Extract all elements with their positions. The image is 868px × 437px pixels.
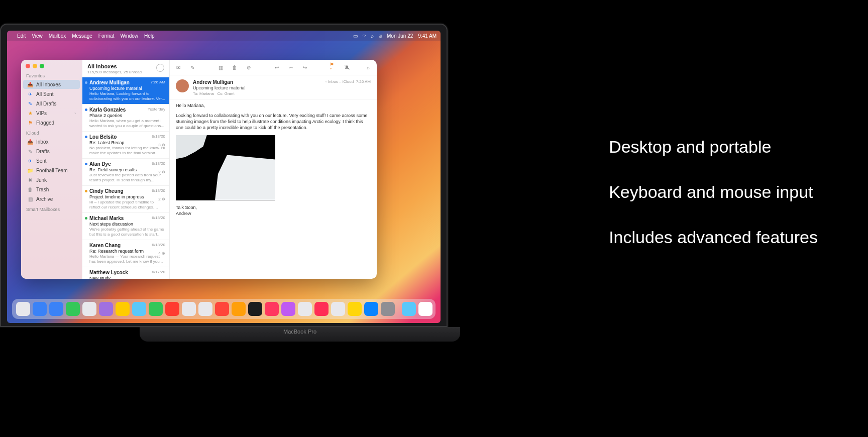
message-row[interactable]: Alan Dye6/18/20Re: Field survey resultsJ…	[82, 159, 169, 186]
menubar-date[interactable]: Mon Jun 22	[387, 33, 413, 39]
forward-icon[interactable]: ↪︎	[301, 64, 308, 71]
dock-app[interactable]	[49, 302, 63, 316]
sidebar-item-archive[interactable]: ▥Archive	[23, 194, 80, 203]
junk-icon[interactable]: ⊘	[245, 64, 252, 71]
battery-icon[interactable]: ▭	[353, 33, 358, 39]
message-row[interactable]: Cindy Cheung6/18/20Project timeline in p…	[82, 186, 169, 213]
message-preview: No problem, thanks for letting me know. …	[89, 146, 165, 156]
unread-dot-icon	[85, 108, 87, 111]
spotlight-icon[interactable]: ⌕	[371, 33, 374, 39]
recipients: To: Mariana Cc: Grant	[193, 91, 321, 96]
sidebar-item-inbox[interactable]: 📥Inbox	[23, 137, 80, 146]
sidebar-item-football-team[interactable]: 📁Football Team	[23, 166, 80, 175]
sidebar-item-all-drafts[interactable]: ✎All Drafts	[23, 99, 80, 108]
message-date: 6/18/20	[152, 243, 165, 247]
sidebar-item-vips[interactable]: ★VIPs›	[23, 108, 80, 118]
archive-icon: ▥	[27, 196, 33, 202]
compose-icon[interactable]: ✎	[189, 64, 196, 71]
message-subject: Phase 2 queries	[89, 113, 165, 118]
dock-app[interactable]	[149, 302, 163, 316]
dock-app[interactable]	[116, 302, 130, 316]
sidebar-item-label: Trash	[36, 187, 49, 192]
minimize-icon[interactable]	[33, 64, 37, 68]
message-date: 6/17/20	[152, 270, 165, 274]
dock-app[interactable]	[132, 302, 146, 316]
sidebar-item-all-sent[interactable]: ✈︎All Sent	[23, 89, 80, 98]
dock-app[interactable]	[66, 302, 80, 316]
junk-icon: ✖︎	[27, 177, 33, 183]
flag-icon[interactable]: ⚑ ˅	[330, 64, 337, 71]
attachment-badge: 2 ⊘	[158, 170, 165, 174]
message-subject: Project timeline in progress	[89, 194, 165, 199]
message-preview: Just reviewed the posted data from your …	[89, 173, 165, 183]
sidebar-item-sent[interactable]: ✈︎Sent	[23, 156, 80, 165]
trash-icon[interactable]: 🗑︎	[231, 64, 238, 71]
dock-app[interactable]	[265, 302, 279, 316]
dock-app[interactable]	[364, 302, 378, 316]
greeting: Hello Mariana,	[176, 102, 371, 108]
dock-app[interactable]	[165, 302, 179, 316]
image-attachment[interactable]	[176, 135, 275, 200]
dock-app[interactable]	[16, 302, 30, 316]
window-traffic-lights	[21, 60, 82, 70]
menu-edit[interactable]: Edit	[17, 33, 26, 39]
sidebar-item-drafts[interactable]: ✎Drafts	[23, 147, 80, 156]
control-center-icon[interactable]: ⎚	[379, 33, 382, 39]
menubar: Edit View Mailbox Message Format Window …	[7, 31, 441, 41]
dock-app[interactable]	[402, 302, 416, 316]
message-row[interactable]: Karen Chang6/18/20Re: Research request f…	[82, 240, 169, 267]
search-icon[interactable]: ⌕	[365, 64, 372, 71]
dock-app[interactable]	[215, 302, 229, 316]
reply-icon[interactable]: ↩︎	[273, 64, 280, 71]
dock-app[interactable]	[298, 302, 312, 316]
dock-app[interactable]	[281, 302, 295, 316]
message-subject: Re: Latest Recap	[89, 140, 165, 145]
menu-help[interactable]: Help	[144, 33, 155, 39]
sidebar-item-label: Flagged	[36, 120, 54, 126]
menu-message[interactable]: Message	[72, 33, 92, 39]
dock-app[interactable]	[99, 302, 113, 316]
message-date: 6/18/20	[152, 188, 165, 193]
dock-app[interactable]	[314, 302, 329, 316]
wifi-icon[interactable]: ⌔	[363, 33, 366, 39]
message-row[interactable]: Matthew Lycock6/17/20New studyDid you se…	[82, 267, 169, 279]
sidebar-item-trash[interactable]: 🗑︎Trash	[23, 185, 80, 194]
menu-format[interactable]: Format	[98, 33, 115, 39]
message-row[interactable]: Andrew Mulligan7:26 AMUpcoming lecture m…	[82, 77, 169, 104]
attachment-badge: 2 ⊘	[158, 197, 165, 201]
envelope-icon[interactable]: ✉︎	[175, 64, 182, 71]
mute-icon[interactable]: 🔕︎	[344, 64, 351, 71]
menubar-time[interactable]: 9:41 AM	[418, 33, 437, 39]
sidebar-item-label: Drafts	[36, 149, 50, 154]
sidebar-item-label: Football Team	[36, 168, 68, 173]
dock-app[interactable]	[381, 302, 395, 316]
dock-app[interactable]	[182, 302, 196, 316]
dock-app[interactable]	[348, 302, 362, 316]
sidebar-item-all-inboxes[interactable]: 📥All Inboxes	[23, 80, 80, 89]
dock-app[interactable]	[82, 302, 96, 316]
message-preview: Hello Mariana, Looking forward to collab…	[89, 91, 165, 101]
sidebar-item-flagged[interactable]: ⚑Flagged	[23, 118, 80, 127]
filter-icon[interactable]	[156, 64, 164, 72]
menu-view[interactable]: View	[32, 33, 43, 39]
dock-app[interactable]	[198, 302, 212, 316]
unread-dot-icon	[85, 217, 87, 220]
message-preview: We're probably getting ahead of the game…	[89, 227, 165, 237]
dock-app[interactable]	[418, 302, 432, 316]
message-row[interactable]: Lou Belsito6/18/20Re: Latest RecapNo pro…	[82, 132, 169, 159]
dock-app[interactable]	[33, 302, 47, 316]
draft-icon: ✎	[27, 148, 33, 154]
message-row[interactable]: Michael Marks6/18/20Next steps discussio…	[82, 213, 169, 240]
message-row[interactable]: Karla GonzalesYesterdayPhase 2 queriesHe…	[82, 104, 169, 132]
zoom-icon[interactable]	[40, 64, 44, 68]
dock-app[interactable]	[232, 302, 246, 316]
archive-icon[interactable]: ▥	[217, 64, 224, 71]
dock-app[interactable]	[248, 302, 262, 316]
message-preview: Hi – I updated the project timeline to r…	[89, 200, 165, 210]
close-icon[interactable]	[26, 64, 30, 68]
sidebar-item-junk[interactable]: ✖︎Junk	[23, 175, 80, 184]
dock-app[interactable]	[331, 302, 345, 316]
reply-all-icon[interactable]: ⤺	[287, 64, 294, 71]
menu-mailbox[interactable]: Mailbox	[49, 33, 66, 39]
menu-window[interactable]: Window	[120, 33, 138, 39]
